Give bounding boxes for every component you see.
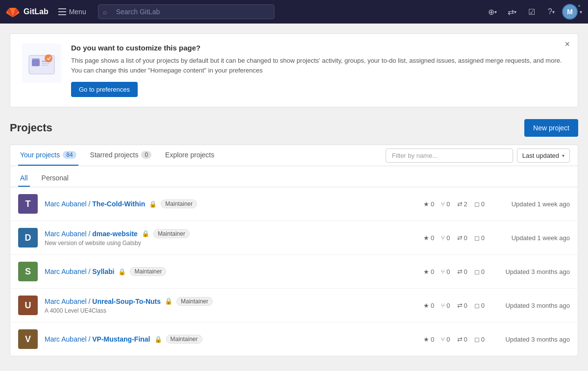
banner-illustration bbox=[22, 44, 61, 83]
avatar: M bbox=[562, 4, 578, 20]
mr-stat: ⇄ 0 bbox=[457, 268, 467, 275]
projects-tabs: Your projects 84 Starred projects 0 Expl… bbox=[10, 145, 578, 166]
todos-button[interactable]: ☑ bbox=[523, 3, 540, 21]
project-avatar: T bbox=[18, 194, 38, 214]
create-button[interactable]: ⊕ ▾ bbox=[484, 3, 501, 21]
lock-icon: 🔒 bbox=[154, 336, 162, 343]
fork-icon: ⑂ bbox=[441, 302, 445, 309]
mr-icon: ⇄ bbox=[457, 268, 463, 275]
project-updated-time: Updated 3 months ago bbox=[491, 336, 570, 343]
project-name: Marc Aubanel / The-Cold-Within bbox=[45, 200, 145, 208]
mr-stat: ⇄ 2 bbox=[457, 200, 467, 208]
menu-button[interactable]: Menu bbox=[54, 5, 90, 19]
fork-icon: ⑂ bbox=[441, 234, 445, 242]
issues-stat: ◻ 0 bbox=[474, 200, 485, 208]
project-role-badge: Maintainer bbox=[130, 267, 166, 276]
filter-input[interactable] bbox=[386, 148, 513, 163]
mr-icon: ⇄ bbox=[457, 234, 463, 242]
project-link[interactable]: Marc Aubanel / Syllabi bbox=[45, 268, 114, 275]
banner-title: Do you want to customize this page? bbox=[71, 44, 566, 52]
star-icon: ★ bbox=[423, 268, 429, 275]
stars-stat: ★ 0 bbox=[423, 302, 434, 309]
project-updated-time: Updated 1 week ago bbox=[491, 200, 570, 208]
projects-header: Projects New project bbox=[10, 119, 578, 137]
project-avatar: U bbox=[18, 296, 38, 315]
mr-icon: ⇄ bbox=[457, 336, 463, 343]
forks-stat: ⑂ 0 bbox=[441, 200, 450, 208]
subtab-personal[interactable]: Personal bbox=[40, 170, 71, 187]
project-list-item: U Marc Aubanel / Unreal-Soup-To-Nuts 🔒 M… bbox=[10, 289, 578, 322]
issue-icon: ◻ bbox=[474, 336, 480, 343]
mr-icon: ⇄ bbox=[457, 200, 463, 208]
merge-requests-button[interactable]: ⇄ ▾ bbox=[503, 3, 521, 21]
project-link[interactable]: Marc Aubanel / VP-Mustang-Final bbox=[45, 335, 150, 343]
gitlab-logo[interactable]: GitLab bbox=[6, 5, 49, 19]
project-description: New version of website using Gatsby bbox=[45, 240, 416, 247]
lock-icon: 🔒 bbox=[118, 268, 126, 275]
fork-icon: ⑂ bbox=[441, 336, 445, 343]
mr-icon: ⇄ bbox=[457, 302, 463, 309]
help-button[interactable]: ? ▾ bbox=[542, 3, 560, 21]
projects-container: Your projects 84 Starred projects 0 Expl… bbox=[10, 145, 578, 356]
project-list-item: S Marc Aubanel / Syllabi 🔒 Maintainer ★ … bbox=[10, 255, 578, 289]
project-updated-time: Updated 3 months ago bbox=[491, 302, 570, 309]
project-stats: ★ 0 ⑂ 0 ⇄ 0 ◻ 0 bbox=[423, 336, 485, 343]
projects-title: Projects bbox=[10, 122, 52, 134]
tab-your-projects[interactable]: Your projects 84 bbox=[18, 145, 78, 166]
star-icon: ★ bbox=[423, 200, 429, 208]
chevron-down-icon: ▾ bbox=[562, 153, 564, 158]
mr-stat: ⇄ 0 bbox=[457, 336, 467, 343]
project-stats: ★ 0 ⑂ 0 ⇄ 0 ◻ 0 bbox=[423, 268, 485, 275]
top-navigation: GitLab Menu ⌕ ⊕ ▾ ⇄ ▾ ☑ ? ▾ bbox=[0, 0, 588, 24]
project-list-item: D Marc Aubanel / dmae-website 🔒 Maintain… bbox=[10, 221, 578, 255]
banner-text-content: Do you want to customize this page? This… bbox=[71, 44, 566, 97]
project-link[interactable]: Marc Aubanel / Unreal-Soup-To-Nuts bbox=[45, 297, 161, 305]
issues-stat: ◻ 0 bbox=[474, 336, 485, 343]
tab-explore-projects[interactable]: Explore projects bbox=[163, 145, 216, 166]
search-bar: ⌕ bbox=[98, 4, 274, 19]
lock-icon: 🔒 bbox=[149, 200, 157, 208]
project-description: A 4000 Level UE4Class bbox=[45, 307, 416, 314]
sort-dropdown[interactable]: Last updated ▾ bbox=[517, 148, 570, 163]
issues-stat: ◻ 0 bbox=[474, 302, 485, 309]
banner-close-button[interactable]: × bbox=[564, 40, 570, 49]
svg-point-3 bbox=[45, 54, 52, 62]
project-role-badge: Maintainer bbox=[153, 229, 190, 238]
go-to-preferences-button[interactable]: Go to preferences bbox=[71, 82, 138, 97]
issues-stat: ◻ 0 bbox=[474, 234, 485, 242]
project-role-badge: Maintainer bbox=[176, 297, 213, 306]
lock-icon: 🔒 bbox=[142, 230, 149, 237]
nav-actions: ⊕ ▾ ⇄ ▾ ☑ ? ▾ M ▾ bbox=[484, 3, 582, 21]
forks-stat: ⑂ 0 bbox=[441, 268, 450, 275]
user-avatar-button[interactable]: M ▾ bbox=[562, 3, 582, 21]
project-stats: ★ 0 ⑂ 0 ⇄ 0 ◻ 0 bbox=[423, 302, 485, 309]
tab-starred-projects[interactable]: Starred projects 0 bbox=[88, 145, 154, 166]
project-list-item: V Marc Aubanel / VP-Mustang-Final 🔒 Main… bbox=[10, 322, 578, 356]
project-name: Marc Aubanel / Syllabi bbox=[45, 268, 114, 275]
search-input[interactable] bbox=[98, 4, 274, 19]
project-info: Marc Aubanel / VP-Mustang-Final 🔒 Mainta… bbox=[45, 335, 416, 344]
logo-text: GitLab bbox=[24, 7, 49, 16]
subtab-all[interactable]: All bbox=[18, 170, 30, 187]
project-link[interactable]: Marc Aubanel / The-Cold-Within bbox=[45, 200, 145, 208]
stars-stat: ★ 0 bbox=[423, 336, 434, 343]
forks-stat: ⑂ 0 bbox=[441, 336, 450, 343]
project-name: Marc Aubanel / VP-Mustang-Final bbox=[45, 335, 150, 343]
project-list: T Marc Aubanel / The-Cold-Within 🔒 Maint… bbox=[10, 187, 578, 356]
lock-icon: 🔒 bbox=[165, 297, 172, 305]
new-project-button[interactable]: New project bbox=[524, 119, 578, 137]
fork-icon: ⑂ bbox=[441, 200, 445, 208]
subtabs: All Personal bbox=[10, 166, 578, 187]
star-icon: ★ bbox=[423, 302, 429, 309]
project-avatar: D bbox=[18, 228, 38, 247]
project-updated-time: Updated 3 months ago bbox=[491, 268, 570, 275]
issue-icon: ◻ bbox=[474, 200, 480, 208]
project-link[interactable]: Marc Aubanel / dmae-website bbox=[45, 230, 138, 238]
project-info: Marc Aubanel / dmae-website 🔒 Maintainer… bbox=[45, 229, 416, 247]
project-stats: ★ 0 ⑂ 0 ⇄ 2 ◻ 0 bbox=[423, 200, 485, 208]
svg-rect-1 bbox=[32, 59, 40, 66]
issues-stat: ◻ 0 bbox=[474, 268, 485, 275]
project-role-badge: Maintainer bbox=[161, 199, 197, 208]
forks-stat: ⑂ 0 bbox=[441, 302, 450, 309]
project-avatar: S bbox=[18, 262, 38, 281]
